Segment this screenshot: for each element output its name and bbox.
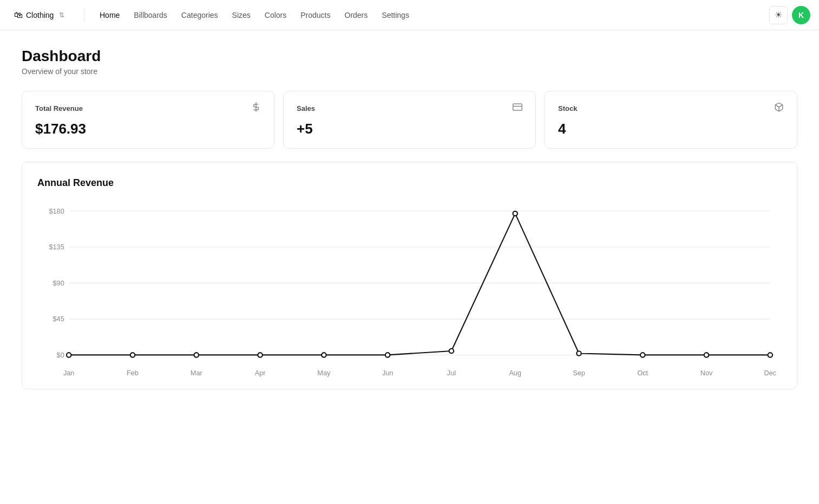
svg-text:May: May xyxy=(317,369,331,377)
nav-link-billboards[interactable]: Billboards xyxy=(127,8,173,23)
nav-link-orders[interactable]: Orders xyxy=(338,8,375,23)
chart-dot xyxy=(258,353,262,357)
annual-revenue-chart: $180$135$90$45$0JanFebMarAprMayJunJulAug… xyxy=(37,200,782,378)
chart-dot xyxy=(385,353,390,357)
chart-dot xyxy=(449,349,454,354)
navbar: 🛍 Clothing ⇅ HomeBillboardsCategoriesSiz… xyxy=(0,0,819,30)
theme-toggle-button[interactable]: ☀ xyxy=(769,6,788,24)
page-title: Dashboard xyxy=(22,48,797,65)
chart-dot xyxy=(576,351,581,356)
chart-line xyxy=(69,214,770,355)
chart-dot xyxy=(67,353,71,357)
chart-dot xyxy=(768,353,772,357)
credit-card-icon xyxy=(513,102,522,114)
card-label: Total Revenue xyxy=(35,104,83,112)
chart-dot xyxy=(322,353,326,357)
card-label: Stock xyxy=(558,104,577,112)
dollar-icon xyxy=(251,102,261,114)
store-icon: 🛍 xyxy=(14,10,23,20)
nav-link-sizes[interactable]: Sizes xyxy=(226,8,257,23)
nav-link-settings[interactable]: Settings xyxy=(375,8,416,23)
svg-text:Jun: Jun xyxy=(382,369,393,377)
chart-title: Annual Revenue xyxy=(37,177,782,189)
svg-text:Mar: Mar xyxy=(191,369,203,377)
chevron-down-icon: ⇅ xyxy=(59,11,64,19)
card-value: +5 xyxy=(297,121,522,137)
svg-text:$0: $0 xyxy=(57,351,64,359)
chart-container: $180$135$90$45$0JanFebMarAprMayJunJulAug… xyxy=(37,200,782,378)
nav-link-categories[interactable]: Categories xyxy=(175,8,225,23)
svg-text:Sep: Sep xyxy=(573,369,585,377)
card-value: 4 xyxy=(558,121,784,137)
svg-text:$45: $45 xyxy=(53,315,64,323)
stat-card-1: Sales+5 xyxy=(283,91,536,149)
box-icon xyxy=(774,102,784,114)
chart-dot xyxy=(640,353,645,357)
chart-dot xyxy=(194,353,199,357)
chart-card: Annual Revenue $180$135$90$45$0JanFebMar… xyxy=(22,162,797,389)
chart-dot xyxy=(704,353,709,357)
svg-text:Jan: Jan xyxy=(63,369,74,377)
chart-dot xyxy=(130,353,135,357)
svg-text:Dec: Dec xyxy=(764,369,777,377)
card-value: $176.93 xyxy=(35,121,261,137)
svg-text:Nov: Nov xyxy=(700,369,713,377)
svg-rect-1 xyxy=(513,104,522,110)
svg-text:Feb: Feb xyxy=(127,369,139,377)
avatar[interactable]: K xyxy=(792,6,810,24)
svg-text:$180: $180 xyxy=(49,207,64,215)
svg-text:Aug: Aug xyxy=(509,369,521,377)
stat-card-0: Total Revenue$176.93 xyxy=(22,91,274,149)
navbar-actions: ☀ K xyxy=(769,6,810,24)
svg-text:$135: $135 xyxy=(49,243,64,251)
chart-dot xyxy=(513,211,517,216)
svg-text:$90: $90 xyxy=(53,279,64,287)
store-name: Clothing xyxy=(26,11,54,19)
svg-text:Jul: Jul xyxy=(447,369,456,377)
nav-link-colors[interactable]: Colors xyxy=(258,8,293,23)
stat-cards: Total Revenue$176.93Sales+5Stock4 xyxy=(22,91,797,149)
nav-links: HomeBillboardsCategoriesSizesColorsProdu… xyxy=(93,8,765,23)
nav-link-home[interactable]: Home xyxy=(93,8,126,23)
svg-text:Oct: Oct xyxy=(637,369,648,377)
main-content: Dashboard Overview of your store Total R… xyxy=(0,30,819,407)
sun-icon: ☀ xyxy=(775,10,782,20)
page-subtitle: Overview of your store xyxy=(22,67,797,76)
stat-card-2: Stock4 xyxy=(545,91,797,149)
svg-text:Apr: Apr xyxy=(255,369,266,377)
card-label: Sales xyxy=(297,104,315,112)
nav-link-products[interactable]: Products xyxy=(294,8,337,23)
store-selector[interactable]: 🛍 Clothing ⇅ xyxy=(9,8,84,22)
